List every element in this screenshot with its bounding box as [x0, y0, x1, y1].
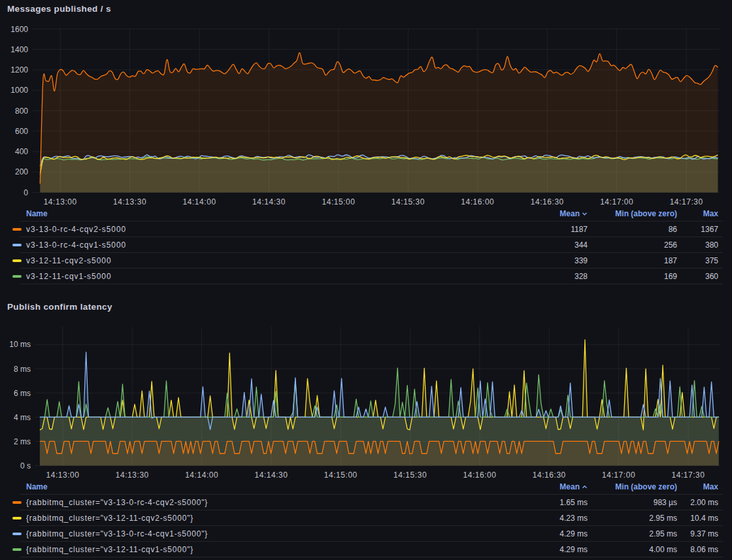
svg-text:1187: 1187 — [571, 225, 588, 234]
svg-text:14:13:00: 14:13:00 — [44, 197, 77, 206]
svg-text:86: 86 — [669, 225, 678, 234]
svg-text:14:17:00: 14:17:00 — [600, 197, 633, 206]
svg-text:Publish confirm latency: Publish confirm latency — [7, 302, 112, 312]
svg-text:14:13:30: 14:13:30 — [116, 470, 149, 480]
svg-text:1400: 1400 — [10, 45, 28, 54]
svg-text:328: 328 — [574, 272, 588, 281]
svg-text:v3-13-0-rc-4-cqv1-s5000: v3-13-0-rc-4-cqv1-s5000 — [26, 240, 126, 250]
svg-text:14:17:30: 14:17:30 — [670, 197, 703, 206]
svg-text:1200: 1200 — [10, 65, 28, 74]
svg-text:8.06 ms: 8.06 ms — [690, 545, 718, 554]
svg-text:Max: Max — [703, 482, 719, 491]
svg-text:Mean: Mean — [559, 482, 580, 491]
svg-text:14:16:00: 14:16:00 — [463, 470, 496, 480]
svg-text:{rabbitmq_cluster="v3-12-11-cq: {rabbitmq_cluster="v3-12-11-cqv2-s5000"} — [26, 514, 193, 523]
svg-text:14:16:30: 14:16:30 — [533, 470, 566, 480]
svg-text:4.23 ms: 4.23 ms — [559, 514, 588, 523]
svg-text:v3-13-0-rc-4-cqv2-s5000: v3-13-0-rc-4-cqv2-s5000 — [26, 225, 126, 234]
svg-text:14:13:00: 14:13:00 — [46, 470, 79, 480]
svg-text:1367: 1367 — [701, 225, 718, 234]
svg-text:983 µs: 983 µs — [654, 498, 677, 507]
svg-text:1.65 ms: 1.65 ms — [559, 498, 588, 507]
svg-text:169: 169 — [664, 272, 677, 281]
svg-text:14:14:00: 14:14:00 — [183, 197, 216, 206]
svg-text:200: 200 — [15, 167, 28, 176]
svg-text:14:15:30: 14:15:30 — [391, 197, 425, 206]
svg-text:Name: Name — [26, 209, 48, 218]
svg-text:1000: 1000 — [10, 86, 28, 95]
svg-text:2.00 ms: 2.00 ms — [690, 498, 718, 507]
svg-text:14:16:30: 14:16:30 — [531, 197, 564, 206]
svg-text:14:17:30: 14:17:30 — [671, 470, 705, 480]
svg-text:600: 600 — [15, 127, 28, 136]
svg-text:14:15:00: 14:15:00 — [322, 197, 355, 206]
svg-text:{rabbitmq_cluster="v3-12-11-cq: {rabbitmq_cluster="v3-12-11-cqv1-s5000"} — [26, 545, 193, 554]
svg-text:2.95 ms: 2.95 ms — [649, 529, 677, 538]
svg-text:187: 187 — [664, 256, 677, 265]
svg-text:800: 800 — [15, 107, 28, 116]
svg-text:Min (above zero): Min (above zero) — [615, 482, 677, 491]
svg-text:14:17:00: 14:17:00 — [602, 470, 635, 480]
svg-text:375: 375 — [705, 256, 718, 265]
svg-text:344: 344 — [574, 240, 588, 250]
svg-text:4.29 ms: 4.29 ms — [559, 529, 588, 538]
svg-text:2 ms: 2 ms — [14, 437, 31, 446]
svg-text:14:13:30: 14:13:30 — [113, 197, 146, 206]
svg-text:{rabbitmq_cluster="v3-13-0-rc-: {rabbitmq_cluster="v3-13-0-rc-4-cqv1-s50… — [26, 529, 208, 538]
svg-text:8 ms: 8 ms — [14, 365, 31, 374]
svg-text:4.00 ms: 4.00 ms — [649, 545, 677, 554]
svg-text:Messages published / s: Messages published / s — [7, 4, 111, 14]
svg-text:0 s: 0 s — [20, 461, 31, 470]
svg-text:0: 0 — [24, 188, 28, 197]
svg-text:v3-12-11-cqv2-s5000: v3-12-11-cqv2-s5000 — [26, 256, 112, 265]
svg-text:Name: Name — [26, 482, 48, 491]
svg-text:10 ms: 10 ms — [9, 340, 31, 349]
svg-text:400: 400 — [15, 147, 28, 156]
svg-text:14:15:00: 14:15:00 — [324, 470, 358, 480]
svg-text:14:16:00: 14:16:00 — [461, 197, 494, 206]
svg-text:{rabbitmq_cluster="v3-13-0-rc-: {rabbitmq_cluster="v3-13-0-rc-4-cqv2-s50… — [26, 498, 208, 507]
svg-text:2.95 ms: 2.95 ms — [649, 514, 677, 523]
svg-text:14:15:30: 14:15:30 — [393, 470, 427, 480]
svg-text:14:14:30: 14:14:30 — [254, 470, 288, 480]
svg-text:Max: Max — [703, 209, 719, 218]
svg-text:9.37 ms: 9.37 ms — [690, 529, 718, 538]
svg-text:10.4 ms: 10.4 ms — [690, 514, 718, 523]
svg-text:Min (above zero): Min (above zero) — [615, 209, 677, 218]
svg-text:380: 380 — [705, 240, 718, 250]
svg-text:339: 339 — [574, 256, 588, 265]
svg-text:256: 256 — [664, 240, 677, 250]
svg-text:1600: 1600 — [10, 25, 28, 34]
svg-text:4 ms: 4 ms — [14, 413, 31, 422]
svg-text:14:14:00: 14:14:00 — [185, 470, 218, 480]
svg-text:14:14:30: 14:14:30 — [252, 197, 286, 206]
svg-text:360: 360 — [705, 272, 718, 281]
svg-text:6 ms: 6 ms — [14, 389, 31, 398]
svg-text:4.29 ms: 4.29 ms — [559, 545, 588, 554]
svg-text:Mean: Mean — [559, 209, 580, 218]
svg-text:v3-12-11-cqv1-s5000: v3-12-11-cqv1-s5000 — [26, 272, 112, 281]
